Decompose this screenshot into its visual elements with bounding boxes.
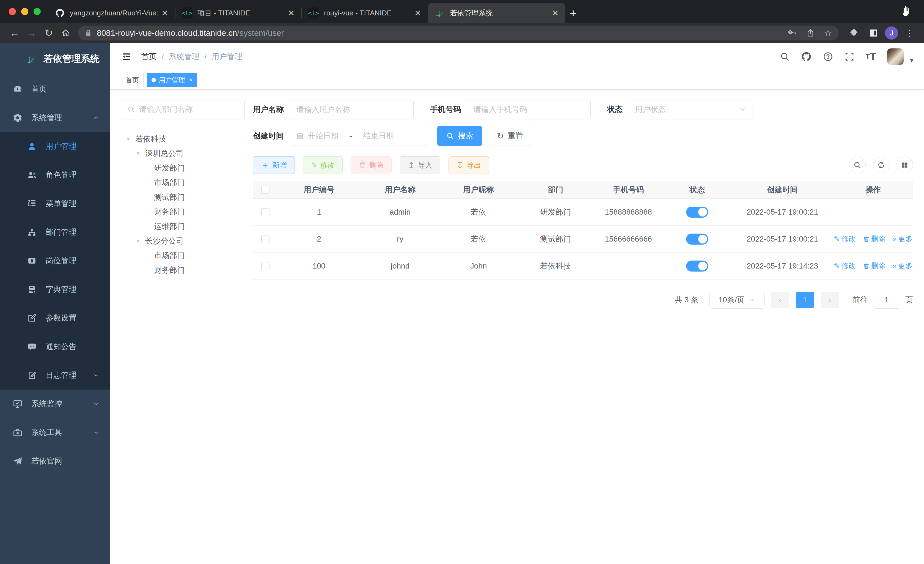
status-toggle[interactable]: [686, 260, 708, 272]
tree-node[interactable]: 市场部门: [121, 175, 245, 190]
github-icon[interactable]: [801, 51, 812, 62]
tag-current-page[interactable]: 用户管理 ×: [147, 73, 197, 87]
tree-node[interactable]: ▾若依科技: [121, 131, 245, 146]
tag-close-icon[interactable]: ×: [189, 77, 192, 84]
extensions-puzzle-icon[interactable]: [845, 29, 862, 38]
sidebar-item-depts[interactable]: 部门管理: [0, 218, 110, 247]
fullscreen-icon[interactable]: [844, 51, 855, 62]
new-tab-button[interactable]: +: [570, 8, 577, 19]
app-logo[interactable]: 若依管理系统: [0, 43, 110, 75]
reset-button[interactable]: ↻ 重置: [488, 126, 532, 146]
add-button[interactable]: ＋新增: [253, 156, 295, 174]
column-settings-button[interactable]: [897, 157, 913, 173]
row-edit-link[interactable]: ✎修改: [834, 234, 856, 244]
lock-icon[interactable]: [85, 29, 92, 37]
tab-github[interactable]: yangzongzhuan/RuoYi-Vue: (Ru ✕: [48, 3, 175, 23]
row-checkbox[interactable]: [261, 208, 270, 216]
minimize-window-button[interactable]: [21, 8, 28, 15]
delete-button[interactable]: 删除: [351, 156, 392, 174]
sidebar-item-roles[interactable]: 角色管理: [0, 161, 110, 189]
row-delete-link[interactable]: 删除: [863, 234, 885, 244]
sidebar-item-logs[interactable]: 日志管理: [0, 361, 110, 390]
avatar-caret-down-icon[interactable]: ▼: [909, 57, 915, 64]
import-button[interactable]: ↥导入: [400, 156, 440, 174]
font-size-icon[interactable]: TT: [866, 51, 876, 63]
edit-button[interactable]: ✎修改: [303, 156, 343, 174]
user-avatar[interactable]: [887, 48, 904, 65]
show-search-toggle-button[interactable]: [849, 157, 866, 173]
forward-icon[interactable]: →: [23, 27, 40, 39]
sidebar-fold-icon[interactable]: [121, 51, 132, 62]
sidebar-item-system[interactable]: 系统管理: [0, 104, 110, 132]
home-icon[interactable]: [57, 29, 74, 38]
status-toggle[interactable]: [686, 233, 708, 245]
chrome-menu-dots-icon[interactable]: ⋮: [901, 29, 918, 38]
breadcrumb-home[interactable]: 首页: [141, 51, 157, 62]
dept-search-input[interactable]: 请输入部门名称: [121, 99, 245, 119]
tree-node[interactable]: ▾深圳总公司: [121, 146, 245, 161]
window-controls[interactable]: [0, 0, 48, 23]
tab-titanide-project[interactable]: <t> 项目 - TITANIDE ✕: [175, 3, 302, 23]
side-panel-icon[interactable]: [865, 29, 882, 38]
refresh-table-button[interactable]: [873, 157, 890, 173]
tab-ruoyi-active[interactable]: 若依管理系统 ✕: [428, 3, 566, 23]
select-all-checkbox[interactable]: [261, 186, 270, 194]
sidebar-item-tools[interactable]: 系统工具: [0, 418, 110, 447]
tree-node[interactable]: 研发部门: [121, 161, 245, 175]
tab-close-icon[interactable]: ✕: [286, 8, 297, 18]
search-button[interactable]: 搜索: [437, 126, 482, 146]
username-input[interactable]: 请输入用户名称: [290, 99, 414, 119]
sidebar-item-monitor[interactable]: 系统监控: [0, 390, 110, 418]
next-page-button[interactable]: ›: [820, 292, 839, 308]
bookmark-star-icon[interactable]: ☆: [824, 27, 832, 39]
close-window-button[interactable]: [9, 8, 16, 15]
page-size-select[interactable]: 10条/页: [710, 291, 765, 309]
browser-profile-avatar[interactable]: J: [885, 26, 898, 40]
header-search-icon[interactable]: [780, 52, 790, 62]
address-bar[interactable]: 8081-rouyi-vue-demo.cloud.titanide.cn/sy…: [78, 26, 839, 41]
row-checkbox[interactable]: [261, 235, 270, 243]
status-select[interactable]: 用户状态: [628, 99, 752, 119]
page-number-button[interactable]: 1: [796, 292, 814, 308]
tree-node[interactable]: 运维部门: [121, 219, 245, 233]
row-delete-link[interactable]: 删除: [863, 261, 885, 271]
date-range-picker[interactable]: 开始日期 - 结束日期: [290, 126, 428, 146]
password-key-icon[interactable]: [788, 29, 797, 38]
caret-down-icon[interactable]: ▾: [123, 135, 133, 143]
tree-node[interactable]: 测试部门: [121, 190, 245, 205]
sidebar-item-users[interactable]: 用户管理: [0, 132, 110, 161]
sidebar-item-dict[interactable]: 字典管理: [0, 275, 110, 304]
goto-page-input[interactable]: [873, 291, 900, 309]
help-question-icon[interactable]: [823, 51, 833, 62]
prev-page-button[interactable]: ‹: [771, 292, 789, 308]
tab-titanide-rouyi[interactable]: <t> rouyi-vue - TITANIDE ✕: [302, 3, 428, 23]
caret-down-icon[interactable]: ▾: [133, 150, 143, 157]
tab-close-icon[interactable]: ✕: [413, 8, 423, 18]
status-toggle[interactable]: [686, 207, 708, 218]
sidebar-item-home[interactable]: 首页: [0, 75, 110, 104]
tree-node[interactable]: 市场部门: [121, 248, 245, 263]
export-button[interactable]: ↧导出: [448, 156, 489, 174]
share-icon[interactable]: [806, 29, 814, 37]
back-icon[interactable]: ←: [6, 27, 23, 39]
tree-node[interactable]: ▾长沙分公司: [121, 233, 245, 248]
sidebar-item-notice[interactable]: 通知公告: [0, 332, 110, 361]
row-edit-link[interactable]: ✎修改: [834, 261, 856, 271]
sidebar-item-config[interactable]: 参数设置: [0, 304, 110, 332]
sidebar-item-posts[interactable]: 岗位管理: [0, 247, 110, 275]
row-more-link[interactable]: »更多: [892, 261, 912, 271]
phone-input[interactable]: 请输入手机号码: [467, 99, 591, 119]
sidebar-item-menus[interactable]: 菜单管理: [0, 189, 110, 218]
search-icon: [446, 132, 454, 140]
tab-close-icon[interactable]: ✕: [160, 8, 170, 18]
reload-icon[interactable]: ↻: [40, 27, 57, 39]
row-more-link[interactable]: »更多: [892, 234, 912, 244]
tree-node[interactable]: 财务部门: [121, 263, 245, 277]
caret-down-icon[interactable]: ▾: [133, 238, 143, 245]
sidebar-item-official-site[interactable]: 若依官网: [0, 447, 110, 475]
row-checkbox[interactable]: [261, 262, 270, 270]
tag-home[interactable]: 首页: [121, 73, 144, 87]
tab-close-icon[interactable]: ✕: [550, 8, 561, 18]
tree-node[interactable]: 财务部门: [121, 205, 245, 219]
zoom-window-button[interactable]: [33, 8, 41, 15]
